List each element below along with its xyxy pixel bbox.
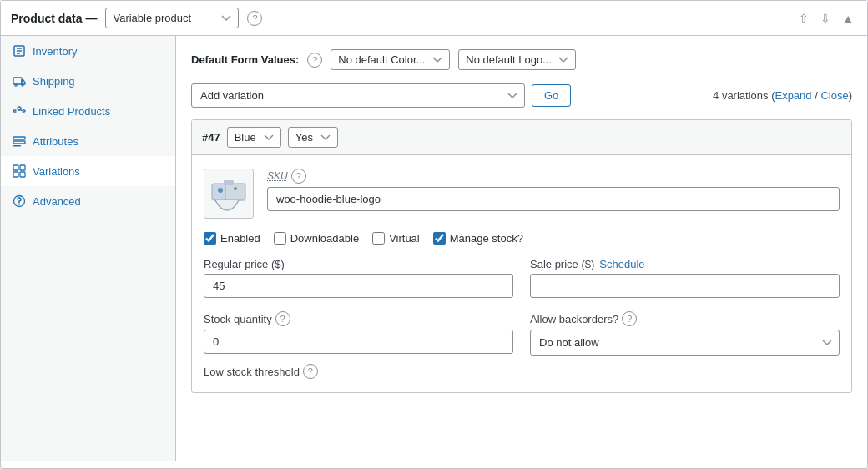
attributes-icon xyxy=(13,134,26,148)
sku-help-icon[interactable]: ? xyxy=(291,169,306,184)
svg-rect-6 xyxy=(13,141,25,144)
virtual-checkbox[interactable] xyxy=(372,232,385,245)
virtual-checkbox-label[interactable]: Virtual xyxy=(372,232,420,245)
svg-rect-9 xyxy=(20,165,25,170)
variation-image[interactable] xyxy=(204,169,254,219)
regular-price-label: Regular price ($) xyxy=(204,258,513,270)
sidebar-item-variations[interactable]: Variations xyxy=(1,156,175,186)
manage-stock-checkbox[interactable] xyxy=(433,232,446,245)
collapse-up-button[interactable]: ⇧ xyxy=(795,10,812,27)
default-color-select[interactable]: No default Color... xyxy=(331,49,450,70)
downloadable-checkbox-label[interactable]: Downloadable xyxy=(274,232,359,245)
downloadable-label-text: Downloadable xyxy=(290,232,359,245)
low-stock-threshold-label: Low stock threshold xyxy=(204,366,300,378)
sale-price-label-text: Sale price ($) xyxy=(530,258,594,270)
svg-rect-18 xyxy=(224,180,234,185)
stock-row: Stock quantity ? Allow backorders? ? xyxy=(204,311,840,356)
variations-count-text: 4 variations ( xyxy=(713,89,775,102)
add-variation-row: Add variation Go 4 variations (Expand / … xyxy=(191,83,852,108)
variation-body: SKU ? Enabled xyxy=(192,155,851,392)
allow-backorders-label: Allow backorders? ? xyxy=(530,311,840,326)
sale-price-field: Sale price ($) Schedule xyxy=(530,258,840,298)
low-stock-help-icon[interactable]: ? xyxy=(303,364,318,379)
sku-field-label: SKU ? xyxy=(267,169,840,184)
enabled-checkbox[interactable] xyxy=(204,232,216,245)
variation-header: #47 Blue Yes xyxy=(192,120,851,155)
svg-rect-1 xyxy=(13,78,22,84)
add-variation-select[interactable]: Add variation xyxy=(191,83,525,108)
svg-point-13 xyxy=(18,204,20,205)
product-thumbnail xyxy=(209,174,249,214)
checkboxes-row: Enabled Downloadable Virtual Manage xyxy=(204,232,840,245)
svg-rect-7 xyxy=(13,145,21,147)
manage-stock-label-text: Manage stock? xyxy=(450,232,523,245)
manage-stock-checkbox-label[interactable]: Manage stock? xyxy=(433,232,523,245)
stock-quantity-help-icon[interactable]: ? xyxy=(275,311,290,326)
sale-price-label: Sale price ($) Schedule xyxy=(530,258,840,270)
price-row: Regular price ($) Sale price ($) Schedul… xyxy=(204,258,840,298)
sidebar-item-advanced[interactable]: Advanced xyxy=(1,186,175,216)
allow-backorders-label-text: Allow backorders? xyxy=(530,313,618,325)
main-content: Default Form Values: ? No default Color.… xyxy=(176,36,867,461)
go-button[interactable]: Go xyxy=(532,84,571,107)
svg-point-4 xyxy=(18,107,21,110)
stock-quantity-label: Stock quantity ? xyxy=(204,311,513,326)
allow-backorders-help-icon[interactable]: ? xyxy=(622,311,637,326)
default-form-row: Default Form Values: ? No default Color.… xyxy=(191,49,852,70)
sidebar-label-inventory: Inventory xyxy=(33,45,77,58)
collapse-down-button[interactable]: ⇩ xyxy=(817,10,834,27)
shipping-icon xyxy=(13,74,26,88)
linked-products-icon xyxy=(13,104,26,118)
schedule-link[interactable]: Schedule xyxy=(599,258,644,270)
body-layout: Inventory Shipping Linked Produc xyxy=(1,36,867,461)
expand-link[interactable]: Expand xyxy=(775,89,811,102)
regular-price-field: Regular price ($) xyxy=(204,258,513,298)
sidebar-label-variations: Variations xyxy=(33,165,80,178)
allow-backorders-field: Allow backorders? ? Do not allow Allow, … xyxy=(530,311,840,356)
regular-price-input[interactable] xyxy=(204,274,513,298)
sidebar-label-attributes: Attributes xyxy=(33,135,78,148)
variation-id: #47 xyxy=(202,131,220,144)
expand-close-separator: / xyxy=(812,89,821,102)
stock-quantity-input[interactable] xyxy=(204,330,513,354)
advanced-icon xyxy=(13,194,26,208)
svg-point-16 xyxy=(218,188,223,193)
help-icon[interactable]: ? xyxy=(247,11,262,26)
svg-point-3 xyxy=(22,84,23,86)
downloadable-checkbox[interactable] xyxy=(274,232,286,245)
sku-label-text: SKU xyxy=(267,170,288,182)
variations-count: 4 variations (Expand / Close) xyxy=(713,89,852,102)
sale-price-input[interactable] xyxy=(530,274,840,298)
variation-yes-select[interactable]: Yes xyxy=(288,127,338,148)
header-actions: ⇧ ⇩ ▲ xyxy=(795,10,857,27)
variation-color-select[interactable]: Blue xyxy=(227,127,281,148)
regular-price-label-text: Regular price ($) xyxy=(204,258,285,270)
variations-icon xyxy=(13,164,26,178)
sidebar-item-attributes[interactable]: Attributes xyxy=(1,126,175,156)
enabled-checkbox-label[interactable]: Enabled xyxy=(204,232,260,245)
stock-quantity-label-text: Stock quantity xyxy=(204,313,272,325)
svg-rect-15 xyxy=(225,184,245,200)
svg-rect-5 xyxy=(13,137,25,139)
sidebar-item-shipping[interactable]: Shipping xyxy=(1,66,175,96)
sidebar-item-inventory[interactable]: Inventory xyxy=(1,36,175,66)
sidebar: Inventory Shipping Linked Produc xyxy=(1,36,176,461)
expand-button[interactable]: ▲ xyxy=(839,10,857,27)
stock-quantity-field: Stock quantity ? xyxy=(204,311,513,356)
sku-input[interactable] xyxy=(267,187,840,211)
svg-rect-8 xyxy=(13,165,18,170)
product-data-panel: Product data — Variable product ? ⇧ ⇩ ▲ … xyxy=(0,0,868,469)
product-type-select[interactable]: Variable product xyxy=(105,8,239,28)
product-data-label: Product data — xyxy=(11,12,97,25)
close-link[interactable]: Close xyxy=(820,89,848,102)
svg-point-17 xyxy=(234,187,237,190)
allow-backorders-select[interactable]: Do not allow Allow, but notify customer … xyxy=(530,330,840,356)
variation-item: #47 Blue Yes xyxy=(191,119,852,393)
sidebar-label-advanced: Advanced xyxy=(33,195,81,208)
default-form-help-icon[interactable]: ? xyxy=(307,53,322,68)
variation-top: SKU ? xyxy=(204,169,840,219)
default-form-label: Default Form Values: xyxy=(191,53,299,66)
sidebar-label-linked-products: Linked Products xyxy=(33,105,110,118)
default-logo-select[interactable]: No default Logo... xyxy=(458,49,576,70)
sidebar-item-linked-products[interactable]: Linked Products xyxy=(1,96,175,126)
